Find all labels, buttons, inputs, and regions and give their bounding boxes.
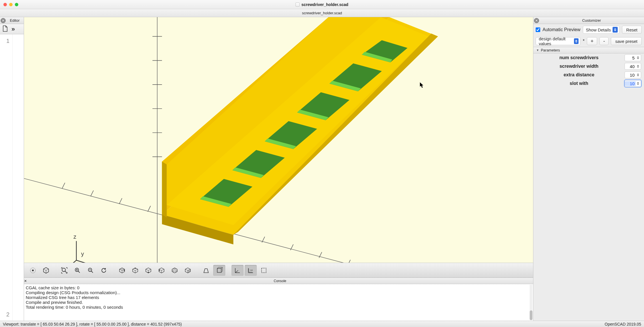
- svg-line-73: [146, 269, 148, 270]
- show-scale-icon[interactable]: 10: [245, 265, 257, 276]
- perspective-icon[interactable]: [200, 265, 212, 276]
- spinner-arrows-icon[interactable]: [636, 63, 640, 69]
- console-line: CGAL cache size in bytes: 0: [26, 285, 531, 290]
- console-line: Normalized CSG tree has 17 elements: [26, 295, 531, 300]
- preset-dropdown[interactable]: design default values: [536, 37, 581, 45]
- editor-toolbar: »: [0, 24, 24, 34]
- remove-preset-button[interactable]: -: [599, 37, 609, 45]
- svg-line-74: [148, 269, 151, 270]
- console-line: Compile and preview finished.: [26, 300, 531, 305]
- code-area[interactable]: [13, 34, 24, 321]
- orthographic-icon[interactable]: [213, 265, 225, 276]
- new-file-icon[interactable]: [2, 25, 8, 33]
- param-row: num screwdrivers: [533, 53, 644, 62]
- svg-line-52: [78, 271, 80, 273]
- line-number: 1: [0, 38, 9, 44]
- auto-preview-label: Automatic Preview: [543, 27, 581, 32]
- document-icon: [296, 3, 300, 7]
- reset-button[interactable]: Reset: [622, 26, 642, 34]
- view-left-icon[interactable]: [155, 265, 168, 276]
- editor-panel: ✕ Editor » 1 2: [0, 17, 24, 321]
- console-output[interactable]: CGAL cache size in bytes: 0 Compiling de…: [24, 284, 533, 321]
- svg-line-3: [91, 190, 93, 196]
- param-input[interactable]: [625, 73, 636, 77]
- tab-bar: screwdriver_holder.scad: [0, 9, 644, 17]
- view-top-icon[interactable]: [129, 265, 141, 276]
- window-titlebar: screwdriver_holder.scad: [0, 0, 644, 9]
- auto-preview-checkbox[interactable]: [536, 27, 540, 32]
- svg-line-79: [162, 269, 164, 270]
- render-icon[interactable]: [40, 265, 52, 276]
- spinner-arrows-icon[interactable]: [636, 81, 640, 86]
- svg-line-87: [185, 269, 188, 270]
- zoom-icon[interactable]: [15, 3, 18, 6]
- save-preset-button[interactable]: save preset: [611, 37, 642, 45]
- expand-icon[interactable]: »: [11, 25, 15, 33]
- view-bottom-icon[interactable]: [142, 265, 154, 276]
- close-icon[interactable]: [3, 3, 7, 6]
- svg-line-68: [133, 269, 135, 270]
- param-spinner[interactable]: [625, 80, 641, 87]
- spinner-arrows-icon[interactable]: [636, 55, 640, 61]
- show-axes-icon[interactable]: [232, 265, 244, 276]
- details-dropdown[interactable]: Show Details: [583, 26, 620, 34]
- add-preset-button[interactable]: +: [587, 37, 597, 45]
- param-row: slot with: [533, 79, 644, 88]
- tab-active[interactable]: screwdriver_holder.scad: [302, 11, 342, 15]
- preview-icon[interactable]: [27, 265, 39, 276]
- parameters-label: Parameters: [541, 48, 560, 52]
- editor-header: ✕ Editor: [0, 17, 24, 24]
- show-crosshair-icon[interactable]: [258, 265, 270, 276]
- console-line: Total rendering time: 0 hours, 0 minutes…: [26, 305, 531, 310]
- spinner-arrows-icon[interactable]: [636, 72, 640, 78]
- view-front-icon[interactable]: [169, 265, 181, 276]
- svg-line-46: [43, 269, 46, 270]
- view-right-icon[interactable]: [116, 265, 128, 276]
- minimize-icon[interactable]: [9, 3, 13, 6]
- console-title: Console: [27, 279, 533, 283]
- status-viewport-info: Viewport: translate = [ 65.03 50.64 26.2…: [3, 322, 182, 326]
- svg-point-44: [32, 270, 34, 271]
- zoom-in-icon[interactable]: [71, 265, 83, 276]
- window-title: screwdriver_holder.scad: [0, 2, 644, 7]
- close-panel-icon[interactable]: ✕: [534, 18, 539, 23]
- svg-marker-90: [217, 268, 221, 272]
- param-input[interactable]: [625, 81, 636, 86]
- svg-line-41: [76, 260, 91, 263]
- svg-line-12: [348, 260, 350, 263]
- zoom-out-icon[interactable]: [85, 265, 97, 276]
- reset-view-icon[interactable]: [98, 265, 110, 276]
- parameters-group-header[interactable]: ▼ Parameters: [533, 47, 644, 53]
- svg-rect-108: [262, 268, 266, 273]
- svg-text:10: 10: [250, 269, 253, 272]
- svg-line-92: [221, 267, 222, 268]
- svg-marker-89: [204, 269, 208, 273]
- customizer-header: ✕ Customizer: [533, 17, 644, 24]
- dropdown-arrows-icon: [574, 38, 579, 44]
- param-spinner[interactable]: [625, 63, 641, 70]
- window-title-text: screwdriver_holder.scad: [301, 2, 348, 7]
- status-bar: Viewport: translate = [ 65.03 50.64 26.2…: [0, 321, 644, 327]
- param-input[interactable]: [625, 55, 636, 60]
- svg-line-69: [135, 269, 138, 270]
- param-spinner[interactable]: [625, 54, 641, 61]
- editor-title: Editor: [6, 18, 24, 23]
- 3d-viewport[interactable]: z x y: [24, 17, 533, 263]
- scrollbar[interactable]: [530, 285, 533, 320]
- window-controls: [3, 3, 18, 6]
- axis-x-label: x: [91, 261, 94, 263]
- view-all-icon[interactable]: [58, 265, 70, 276]
- modified-indicator: *: [583, 39, 585, 44]
- svg-line-56: [91, 271, 93, 273]
- param-label: extra distance: [536, 72, 622, 77]
- view-back-icon[interactable]: [182, 265, 194, 276]
- param-spinner[interactable]: [625, 71, 641, 78]
- close-panel-icon[interactable]: ✕: [1, 18, 6, 23]
- details-dropdown-value: Show Details: [586, 27, 611, 32]
- line-gutter: 1 2: [0, 34, 13, 321]
- close-panel-icon[interactable]: ✕: [24, 279, 27, 283]
- param-input[interactable]: [625, 64, 636, 69]
- customizer-panel: ✕ Customizer Automatic Preview Show Deta…: [533, 17, 644, 321]
- svg-line-42: [68, 260, 76, 263]
- svg-marker-24: [162, 161, 167, 217]
